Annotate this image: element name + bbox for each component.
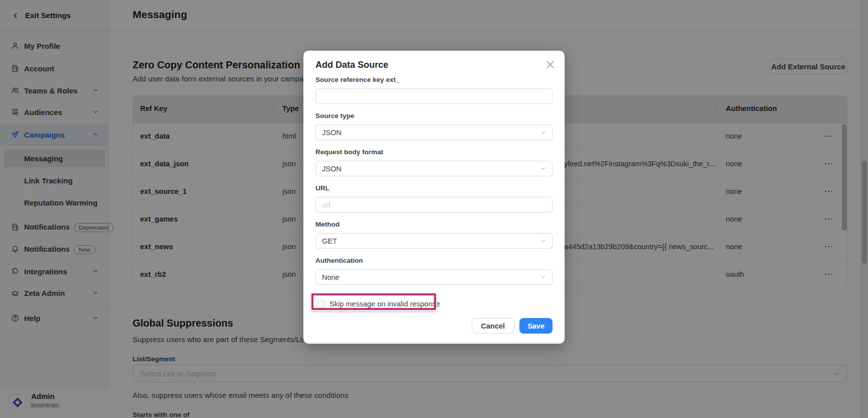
source-type-select[interactable]: JSON [315,125,553,140]
chevron-down-icon [540,166,546,171]
source-type-label: Source type [315,112,354,120]
url-label: URL [315,184,330,192]
add-data-source-modal: Add Data Source Source reference key ext… [303,51,565,344]
method-select[interactable]: GET [315,233,553,249]
skip-message-label: Skip message on invalid response [330,300,440,308]
authentication-select[interactable]: None [315,269,553,285]
chevron-down-icon [540,238,546,244]
source-ref-key-input[interactable] [315,88,553,104]
modal-title: Add Data Source [315,60,388,70]
save-button[interactable]: Save [519,318,553,334]
authentication-label: Authentication [315,257,363,264]
app-window: Exit Settings My Profile Account Teams &… [0,0,868,418]
method-label: Method [315,221,340,228]
request-body-format-label: Request body format [315,148,383,156]
chevron-down-icon [540,274,546,280]
request-body-format-select[interactable]: JSON [315,161,553,176]
skip-message-checkbox[interactable] [317,300,325,308]
close-icon[interactable] [547,61,555,69]
skip-message-row: Skip message on invalid response [315,296,440,311]
chevron-down-icon [540,130,546,135]
url-input[interactable] [315,197,553,213]
cancel-button[interactable]: Cancel [472,318,515,334]
source-ref-key-label: Source reference key ext_ [315,76,399,83]
